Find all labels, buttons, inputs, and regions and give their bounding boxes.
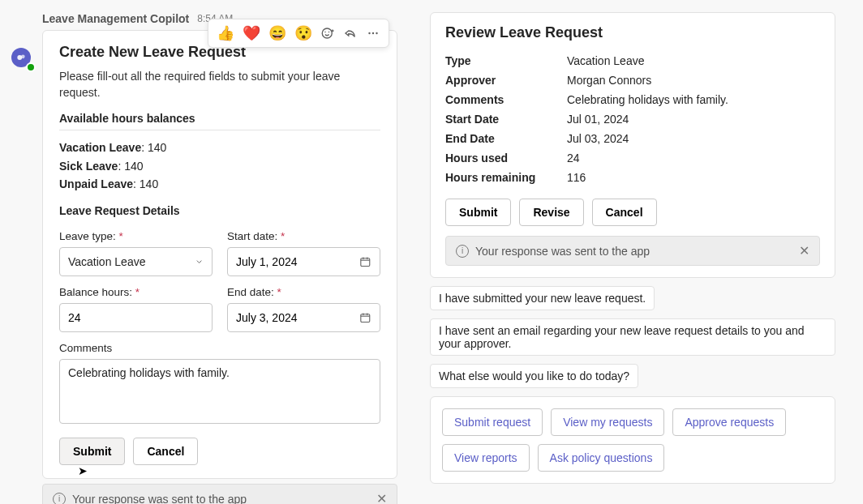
review-key: End Date: [445, 129, 567, 148]
comments-textarea[interactable]: [59, 359, 380, 424]
heart-reaction[interactable]: ❤️: [243, 24, 260, 42]
svg-rect-10: [361, 258, 370, 267]
review-row: Hours remaining116: [445, 168, 820, 187]
balance-hours-input[interactable]: [59, 303, 213, 332]
suggestion-approve-requests[interactable]: Approve requests: [672, 408, 786, 436]
suggestions-card: Submit request View my requests Approve …: [430, 396, 835, 484]
unpaid-leave-value: 140: [140, 177, 158, 190]
wow-reaction[interactable]: 😯: [294, 24, 312, 42]
svg-point-1: [21, 55, 25, 59]
svg-point-4: [328, 32, 330, 33]
review-value: Morgan Connors: [567, 70, 820, 90]
svg-point-3: [324, 32, 326, 33]
cancel-button[interactable]: Cancel: [133, 438, 198, 465]
review-key: Start Date: [445, 109, 567, 129]
start-date-input[interactable]: [227, 247, 380, 276]
svg-point-8: [372, 32, 374, 34]
bot-message-3: What else would you like to do today?: [430, 364, 638, 388]
presence-indicator: [26, 62, 36, 72]
sick-leave-label: Sick Leave: [59, 160, 118, 173]
comments-label: Comments: [59, 342, 380, 354]
vacation-leave-value: 140: [148, 141, 166, 154]
review-table: TypeVacation LeaveApproverMorgan Connors…: [445, 51, 820, 187]
cursor-icon: ➤: [78, 464, 88, 477]
thumbs-up-reaction[interactable]: 👍: [217, 24, 234, 42]
svg-point-2: [322, 28, 332, 38]
calendar-icon: [359, 255, 371, 268]
vacation-leave-label: Vacation Leave: [59, 141, 141, 154]
more-options-icon[interactable]: [366, 26, 380, 41]
svg-rect-14: [361, 314, 370, 322]
calendar-icon: [359, 311, 371, 324]
bot-message-1: I have submitted your new leave request.: [430, 286, 655, 310]
info-icon: i: [456, 245, 469, 258]
start-date-label: Start date: *: [227, 230, 380, 242]
balance-hours-value[interactable]: [68, 311, 204, 324]
review-key: Comments: [445, 90, 567, 109]
review-value: Jul 01, 2024: [567, 109, 820, 129]
sender-name: Leave Management Copilot: [42, 12, 189, 25]
balances-block: Vacation Leave: 140 Sick Leave: 140 Unpa…: [59, 139, 380, 193]
close-icon[interactable]: ✕: [799, 243, 809, 258]
suggestion-view-reports[interactable]: View reports: [442, 444, 530, 472]
bot-message-2: I have sent an email regarding your new …: [430, 318, 835, 356]
suggestion-submit-request[interactable]: Submit request: [442, 408, 543, 436]
sender-avatar: [11, 48, 34, 70]
leave-type-label: Leave type: *: [59, 230, 213, 242]
unpaid-leave-label: Unpaid Leave: [59, 177, 133, 190]
emoji-picker-icon[interactable]: [320, 26, 335, 41]
sick-leave-value: 140: [124, 160, 143, 173]
left-pane: Leave Management Copilot 8:54 AM 👍 ❤️ 😄 …: [8, 12, 397, 492]
review-key: Hours used: [445, 148, 567, 168]
status-bar-right: i Your response was sent to the app ✕: [445, 236, 820, 266]
balances-heading: Available hours balances: [59, 112, 380, 130]
end-date-value[interactable]: [236, 311, 359, 324]
review-key: Hours remaining: [445, 168, 567, 187]
review-row: End DateJul 03, 2024: [445, 129, 820, 148]
status-text: Your response was sent to the app: [72, 493, 247, 504]
review-value: 116: [567, 168, 820, 187]
svg-point-7: [368, 32, 370, 34]
start-date-value[interactable]: [236, 255, 359, 268]
review-revise-button[interactable]: Revise: [519, 199, 583, 226]
svg-point-9: [376, 32, 377, 34]
details-heading: Leave Request Details: [59, 204, 380, 222]
review-row: CommentsCelebrating holidays with family…: [445, 90, 820, 109]
reaction-bar: 👍 ❤️ 😄 😯: [208, 19, 389, 48]
review-row: TypeVacation Leave: [445, 51, 820, 70]
review-title: Review Leave Request: [445, 24, 820, 41]
suggestion-view-requests[interactable]: View my requests: [551, 408, 664, 436]
review-cancel-button[interactable]: Cancel: [592, 199, 657, 226]
review-value: Jul 03, 2024: [567, 129, 820, 148]
review-value: 24: [567, 148, 820, 168]
review-value: Vacation Leave: [567, 51, 820, 70]
submit-button[interactable]: Submit: [59, 438, 125, 465]
balance-hours-label: Balance hours: *: [59, 286, 213, 298]
end-date-input[interactable]: [227, 303, 380, 332]
review-value: Celebrating holidays with family.: [567, 90, 820, 109]
close-icon[interactable]: ✕: [376, 491, 387, 504]
review-submit-button[interactable]: Submit: [445, 199, 511, 226]
review-key: Approver: [445, 70, 567, 90]
suggestion-ask-policy[interactable]: Ask policy questions: [538, 444, 665, 472]
review-leave-card: Review Leave Request TypeVacation LeaveA…: [430, 12, 835, 278]
review-key: Type: [445, 51, 567, 70]
leave-type-select[interactable]: Vacation Leave: [59, 247, 213, 276]
end-date-label: End date: *: [227, 286, 380, 298]
reply-icon[interactable]: [343, 26, 358, 41]
review-row: ApproverMorgan Connors: [445, 70, 820, 90]
status-text: Your response was sent to the app: [475, 245, 650, 258]
leave-type-value: Vacation Leave: [68, 255, 195, 268]
card-intro: Please fill-out all the required fields …: [59, 69, 380, 100]
review-row: Hours used24: [445, 148, 820, 168]
chevron-down-icon: [195, 257, 204, 267]
right-pane: Review Leave Request TypeVacation LeaveA…: [430, 12, 835, 492]
laugh-reaction[interactable]: 😄: [268, 24, 286, 42]
status-bar-left: i Your response was sent to the app ✕: [42, 484, 397, 504]
review-row: Start DateJul 01, 2024: [445, 109, 820, 129]
info-icon: i: [53, 493, 66, 504]
create-leave-card: Create New Leave Request Please fill-out…: [42, 30, 397, 479]
